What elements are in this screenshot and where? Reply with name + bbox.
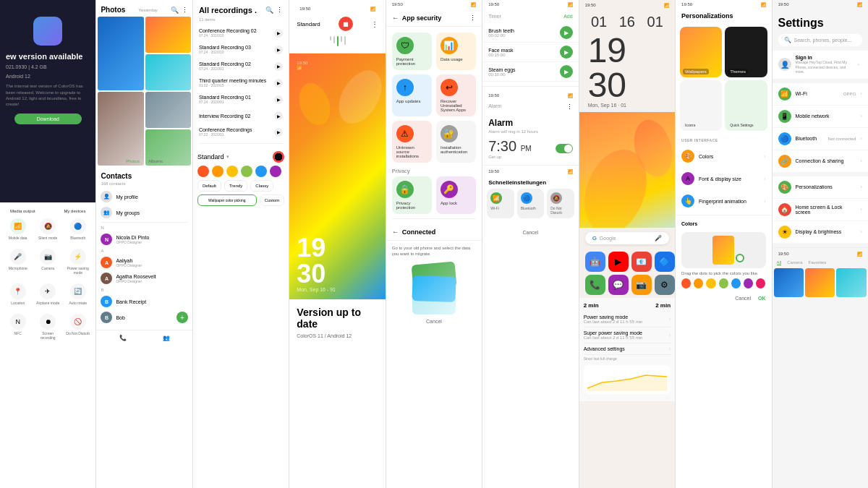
- timer-brush-teeth[interactable]: Brush teeth 00:02:00 ▶: [482, 23, 578, 43]
- cancel-schnell-label[interactable]: Cancel: [523, 230, 539, 235]
- nav-albums[interactable]: Albums: [148, 159, 163, 163]
- app-lock[interactable]: 🔑 App lock: [436, 176, 476, 214]
- personalizations-settings-item[interactable]: 🎨 Personalizations ›: [773, 176, 868, 198]
- recordings-more-icon[interactable]: ⋮: [276, 7, 283, 14]
- search-icon[interactable]: 🔍: [171, 7, 179, 14]
- connected-back-icon[interactable]: ←: [392, 228, 399, 236]
- security-more-icon[interactable]: ⋮: [469, 14, 476, 22]
- contacts-tab-list[interactable]: 👥: [163, 335, 170, 341]
- colors-nav-item[interactable]: 🎨 Colors ›: [676, 145, 771, 167]
- connection-sharing-item[interactable]: 🔗 Connection & sharing ›: [773, 150, 868, 172]
- thumb-2[interactable]: [805, 268, 835, 297]
- alarm-more-icon[interactable]: ⋮: [566, 103, 573, 111]
- contacts-tab-phone[interactable]: 📞: [119, 335, 127, 341]
- thumb-3[interactable]: [836, 268, 866, 297]
- security-data[interactable]: 📊 Data usage: [436, 33, 476, 70]
- my-profile-item[interactable]: 👤 My profile: [101, 189, 187, 205]
- power-save-item[interactable]: Power saving mode Can last about 2 d 11 …: [584, 312, 671, 328]
- theme-trendy[interactable]: Trendy: [224, 180, 247, 192]
- gallery-tab-favorites[interactable]: Favorites: [809, 260, 827, 265]
- thumb-1[interactable]: [774, 268, 804, 297]
- qs-item-mobile-data[interactable]: 📶 Mobile data: [4, 215, 31, 243]
- recording-1-play[interactable]: ▶: [274, 29, 283, 38]
- timer-face-mask[interactable]: Face mask 00:15:00 ▶: [482, 43, 578, 62]
- color-dot-5[interactable]: [731, 278, 741, 288]
- wifi-settings-item[interactable]: 📶 Wi-Fi OPPO ›: [773, 83, 868, 105]
- color-picker-dot[interactable]: [736, 254, 744, 262]
- photo-cell-2[interactable]: [145, 17, 191, 53]
- themes-card[interactable]: Themes: [725, 27, 767, 77]
- photo-cell-1[interactable]: [98, 17, 143, 90]
- quick-settings-card[interactable]: Quick Settings: [725, 80, 767, 131]
- color-dot-2[interactable]: [694, 278, 703, 288]
- color-dot-4[interactable]: [719, 278, 728, 288]
- theme-color-1[interactable]: [197, 166, 209, 177]
- security-updates[interactable]: ↑ App updates: [392, 74, 432, 116]
- recording-item-3[interactable]: Standard Recording 02 07.24 · 2020/01 ▶: [193, 58, 289, 74]
- color-dot-7[interactable]: [756, 278, 765, 288]
- theme-color-4[interactable]: [241, 166, 252, 177]
- qs-item-dnd[interactable]: 🚫 Do Not Disturb: [64, 311, 91, 343]
- app-gmail[interactable]: 📧: [631, 252, 652, 272]
- privacy-protection[interactable]: 🔒 Privacy protection: [392, 176, 432, 214]
- qs-item-power[interactable]: ⚡ Power saving mode: [64, 246, 91, 278]
- fingerprint-nav-item[interactable]: 👆 Fingerprint animation ›: [676, 190, 771, 212]
- contact-bob[interactable]: B Bob +: [101, 309, 187, 325]
- download-button[interactable]: Download: [14, 114, 82, 124]
- recording-2-play[interactable]: ▶: [274, 46, 283, 54]
- qs-item-rotate[interactable]: 🔄 Auto rotate: [64, 281, 91, 308]
- icons-card[interactable]: Icons: [680, 80, 722, 131]
- app-google[interactable]: 🔷: [655, 252, 675, 272]
- security-recover[interactable]: ↩ Recover Uninstalled System Apps: [436, 74, 476, 116]
- contact-agatha[interactable]: A Agatha Roosevelt OPPO Designer: [101, 270, 187, 286]
- gallery-tab-camera[interactable]: Camera: [787, 260, 802, 265]
- cancel-button[interactable]: Cancel: [426, 319, 442, 324]
- app-youtube[interactable]: ▶: [608, 252, 629, 272]
- security-payment[interactable]: 🛡 Payment protection: [392, 33, 432, 70]
- photo-cell-3[interactable]: [145, 54, 191, 90]
- mic-icon[interactable]: 🎤: [655, 235, 662, 241]
- timer-play-3[interactable]: ▶: [560, 65, 573, 78]
- timer-play-1[interactable]: ▶: [560, 26, 573, 39]
- qs-item-nfc[interactable]: N NFC: [4, 311, 31, 343]
- oppo-search-bar[interactable]: G Google 🎤: [585, 232, 669, 244]
- font-nav-item[interactable]: A Font & display size ›: [676, 168, 771, 189]
- theme-classy[interactable]: Classy: [250, 180, 273, 192]
- add-contact-button[interactable]: +: [176, 312, 188, 323]
- qs-item-screen-rec[interactable]: ⏺ Screen recording: [34, 311, 61, 343]
- wallpapers-card[interactable]: Wallpapers: [680, 27, 722, 77]
- record-button[interactable]: ⏺: [273, 151, 284, 163]
- schnell-wifi[interactable]: 📶 Wi-Fi: [487, 189, 514, 218]
- app-settings[interactable]: ⚙: [655, 275, 675, 295]
- qs-item-bluetooth[interactable]: 🔵 Bluetooth: [64, 215, 91, 243]
- recording-3-play[interactable]: ▶: [274, 62, 283, 71]
- qs-item-location[interactable]: 📍 Location: [4, 281, 31, 308]
- sign-in-item[interactable]: 👤 Sign in Manage HeyTap Cloud, Find My P…: [773, 51, 868, 79]
- color-dot-3[interactable]: [706, 278, 715, 288]
- recording-5-play[interactable]: ▶: [274, 95, 283, 104]
- qs-item-microphone[interactable]: 🎤 Microphone: [4, 246, 31, 278]
- bluetooth-settings-item[interactable]: 🔵 Bluetooth Not connected ›: [773, 128, 868, 150]
- mobile-network-item[interactable]: 📱 Mobile network ›: [773, 106, 868, 127]
- theme-color-6[interactable]: [270, 166, 281, 177]
- app-assistant[interactable]: 🤖: [585, 252, 605, 272]
- contact-aaliyah[interactable]: A Aaliyah OPPO Designer: [101, 254, 187, 270]
- theme-color-3[interactable]: [226, 166, 238, 177]
- app-camera[interactable]: 📷: [631, 275, 652, 295]
- timer-add-button[interactable]: Add: [563, 14, 572, 19]
- more-icon[interactable]: ⋮: [182, 7, 188, 14]
- theme-custom[interactable]: Custom: [260, 194, 285, 206]
- photo-cell-5[interactable]: [145, 92, 191, 128]
- theme-color-5[interactable]: [255, 166, 267, 177]
- app-phone[interactable]: 📞: [585, 275, 605, 295]
- recording-item-6[interactable]: Interview Recording 02 ▶: [193, 108, 289, 124]
- display-brightness-item[interactable]: ☀ Display & brightness ›: [773, 221, 868, 243]
- theme-color-2[interactable]: [212, 166, 224, 177]
- qs-item-airplane[interactable]: ✈ Airplane mode: [34, 281, 61, 308]
- timer-steam-eggs[interactable]: Steam eggs 00:10:00 ▶: [482, 62, 578, 82]
- alarm-toggle[interactable]: [556, 144, 573, 153]
- schnell-do-not-disturb[interactable]: 🔕 Do Not Disturb: [547, 189, 574, 218]
- recording-item-4[interactable]: Third quarter meeting minutes 01.02 · 20…: [193, 74, 289, 91]
- contact-bank[interactable]: B Bank Receipt: [101, 294, 187, 309]
- recording-7-play[interactable]: ▶: [274, 128, 283, 137]
